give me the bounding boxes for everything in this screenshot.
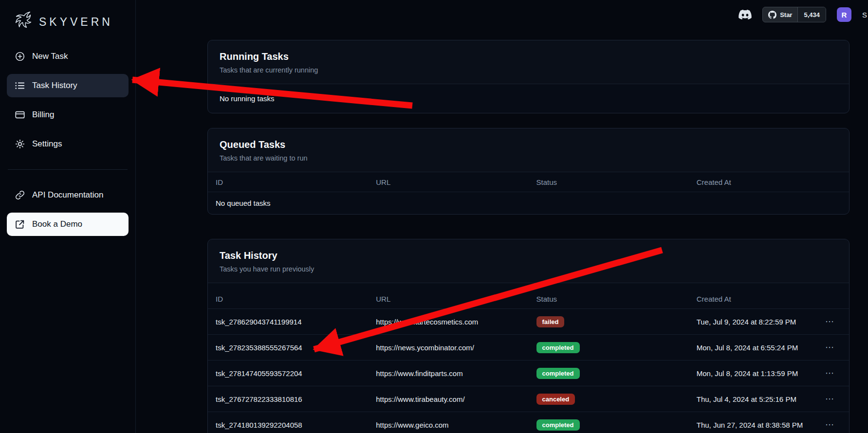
status-badge: completed <box>536 368 580 379</box>
sidebar-item-label: API Documentation <box>32 190 103 200</box>
task-status-cell: canceled <box>529 394 689 405</box>
running-tasks-empty-text: No running tasks <box>208 84 849 113</box>
row-actions-button[interactable]: ⋯ <box>820 420 839 429</box>
topbar-actions: Star 5,434 R S <box>739 7 867 22</box>
gear-icon <box>15 139 25 149</box>
status-badge: failed <box>536 316 565 327</box>
queued-tasks-empty-text: No queued tasks <box>208 192 849 214</box>
column-header-created-at: Created At <box>689 295 849 303</box>
sidebar-item-label: Billing <box>32 110 54 120</box>
task-history-table: ID URL Status Created At tsk_27862904374… <box>208 289 849 433</box>
row-actions-button[interactable]: ⋯ <box>820 343 839 352</box>
task-history-row[interactable]: tsk_278629043741199914 https://www.tarte… <box>208 308 849 334</box>
running-tasks-card: Running Tasks Tasks that are currently r… <box>207 40 850 113</box>
card-subtitle: Tasks you have run previously <box>220 265 837 273</box>
task-created-cell: Mon, Jul 8, 2024 at 1:13:59 PM ⋯ <box>689 369 849 378</box>
task-url-cell: https://news.ycombinator.com/ <box>368 343 528 352</box>
card-title: Task History <box>220 250 837 261</box>
sidebar-item-new-task[interactable]: New Task <box>7 45 129 68</box>
task-history-header: Task History Tasks you have run previous… <box>208 239 849 283</box>
column-header-url: URL <box>368 295 528 303</box>
history-table-body: tsk_278629043741199914 https://www.tarte… <box>208 308 849 433</box>
column-header-id: ID <box>208 295 368 303</box>
task-status-cell: completed <box>529 342 689 353</box>
task-history-row[interactable]: tsk_274180139292204058 https://www.geico… <box>208 412 849 433</box>
task-history-card: Task History Tasks you have run previous… <box>207 239 850 433</box>
credit-card-icon <box>15 109 25 120</box>
column-header-status: Status <box>529 178 689 186</box>
task-url-cell: https://www.finditparts.com <box>368 369 528 378</box>
card-subtitle: Tasks that are waiting to run <box>220 154 837 162</box>
task-created-cell: Tue, Jul 9, 2024 at 8:22:59 PM ⋯ <box>689 317 849 326</box>
column-header-status: Status <box>529 295 689 303</box>
column-header-created-at: Created At <box>689 178 849 186</box>
row-actions-button[interactable]: ⋯ <box>820 395 839 403</box>
avatar[interactable]: R <box>837 7 851 22</box>
sidebar: SKYVERN New Task Task History Billing Se… <box>0 0 136 433</box>
card-subtitle: Tasks that are currently running <box>220 66 837 74</box>
task-url-cell: https://www.geico.com <box>368 421 528 429</box>
sidebar-item-settings[interactable]: Settings <box>7 132 129 156</box>
status-badge: completed <box>536 342 580 353</box>
task-url-cell: https://www.tirabeauty.com/ <box>368 395 528 403</box>
status-badge: canceled <box>536 394 575 405</box>
card-title: Queued Tasks <box>220 139 837 150</box>
row-actions-button[interactable]: ⋯ <box>820 317 839 326</box>
queued-table-header: ID URL Status Created At <box>208 172 849 192</box>
brand-logo: SKYVERN <box>7 8 129 45</box>
task-id-cell: tsk_278235388555267564 <box>208 343 368 352</box>
task-history-row[interactable]: tsk_278147405593572204 https://www.findi… <box>208 360 849 386</box>
created-at-text: Thu, Jun 27, 2024 at 8:38:58 PM <box>697 421 803 429</box>
user-label-truncated: S <box>862 11 867 19</box>
brand-name: SKYVERN <box>39 16 113 29</box>
created-at-text: Tue, Jul 9, 2024 at 8:22:59 PM <box>697 318 796 326</box>
sidebar-item-label: Book a Demo <box>32 219 82 229</box>
github-star-count: 5,434 <box>797 7 826 22</box>
history-table-header: ID URL Status Created At <box>208 289 849 308</box>
list-icon <box>15 80 25 91</box>
github-icon <box>768 11 776 19</box>
sidebar-item-label: New Task <box>32 52 68 61</box>
discord-icon[interactable] <box>739 10 752 20</box>
sidebar-nav: New Task Task History Billing Settings <box>7 45 129 236</box>
plus-circle-icon <box>15 51 25 62</box>
row-actions-button[interactable]: ⋯ <box>820 369 839 378</box>
created-at-text: Mon, Jul 8, 2024 at 6:55:24 PM <box>697 343 798 352</box>
github-star-button[interactable]: Star 5,434 <box>762 7 826 22</box>
task-created-cell: Thu, Jun 27, 2024 at 8:38:58 PM ⋯ <box>689 420 849 429</box>
skyvern-dragon-icon <box>12 10 34 34</box>
task-id-cell: tsk_276727822333810816 <box>208 395 368 403</box>
column-header-id: ID <box>208 178 368 186</box>
sidebar-item-label: Task History <box>32 81 77 90</box>
sidebar-item-api-documentation[interactable]: API Documentation <box>7 183 129 207</box>
sidebar-item-billing[interactable]: Billing <box>7 103 129 126</box>
running-tasks-header: Running Tasks Tasks that are currently r… <box>208 40 849 84</box>
card-title: Running Tasks <box>220 51 837 62</box>
main-content: Running Tasks Tasks that are currently r… <box>207 40 850 433</box>
queued-tasks-card: Queued Tasks Tasks that are waiting to r… <box>207 128 850 215</box>
sidebar-divider <box>8 169 128 170</box>
task-history-row[interactable]: tsk_278235388555267564 https://news.ycom… <box>208 334 849 360</box>
sidebar-item-task-history[interactable]: Task History <box>7 74 129 97</box>
task-status-cell: completed <box>529 368 689 379</box>
link-icon <box>15 190 25 200</box>
external-link-icon <box>15 219 25 230</box>
queued-tasks-header: Queued Tasks Tasks that are waiting to r… <box>208 128 849 172</box>
task-created-cell: Mon, Jul 8, 2024 at 6:55:24 PM ⋯ <box>689 343 849 352</box>
task-created-cell: Thu, Jul 4, 2024 at 5:25:16 PM ⋯ <box>689 395 849 403</box>
task-status-cell: failed <box>529 316 689 327</box>
sidebar-item-book-a-demo[interactable]: Book a Demo <box>7 213 129 236</box>
task-id-cell: tsk_274180139292204058 <box>208 421 368 429</box>
task-id-cell: tsk_278629043741199914 <box>208 318 368 326</box>
task-status-cell: completed <box>529 419 689 431</box>
github-star-label: Star <box>780 11 792 18</box>
task-history-row[interactable]: tsk_276727822333810816 https://www.tirab… <box>208 386 849 412</box>
task-id-cell: tsk_278147405593572204 <box>208 369 368 378</box>
column-header-url: URL <box>368 178 528 186</box>
created-at-text: Mon, Jul 8, 2024 at 1:13:59 PM <box>697 369 798 378</box>
sidebar-item-label: Settings <box>32 139 62 149</box>
created-at-text: Thu, Jul 4, 2024 at 5:25:16 PM <box>697 395 796 403</box>
status-badge: completed <box>536 419 580 431</box>
task-url-cell: https://www.tartecosmetics.com <box>368 318 528 326</box>
